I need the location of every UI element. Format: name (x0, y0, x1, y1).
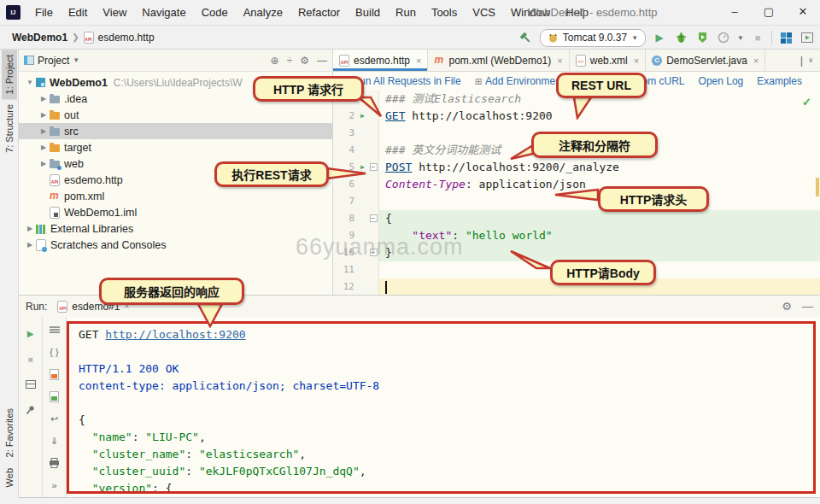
scroll-to-end-icon[interactable]: ⇓ (47, 433, 62, 448)
toolwindow-web-button[interactable]: Web (2, 463, 17, 492)
menu-run[interactable]: Run (388, 0, 424, 25)
gutter-spacer (357, 261, 368, 278)
toolwindow-favorites-button[interactable]: 2: Favorites (2, 403, 17, 462)
code-line-8[interactable]: 8−{ (333, 210, 820, 227)
menu-file[interactable]: File (27, 0, 61, 25)
tab-label: pom.xml (WebDemo1) (448, 55, 551, 67)
console-settings-icon[interactable] (47, 322, 62, 337)
tree-item-target[interactable]: ▶target (19, 139, 332, 155)
menu-edit[interactable]: Edit (61, 0, 95, 25)
rerun-button[interactable]: ▶ (23, 325, 38, 341)
braces-view-icon[interactable]: { } (47, 344, 62, 360)
tree-item-out[interactable]: ▶out (19, 107, 332, 123)
run-window-icon[interactable] (800, 30, 815, 45)
close-button[interactable]: ✕ (786, 0, 820, 26)
run-settings-gear-icon[interactable]: ⚙ (782, 300, 792, 313)
toolwindow-project-button[interactable]: 1: Project (2, 50, 17, 99)
chevron-down-icon[interactable]: ∨ (808, 56, 813, 64)
menu-analyze[interactable]: Analyze (236, 0, 290, 25)
tab-pom-xml-webdemo1[interactable]: pom.xml (WebDemo1)× (428, 50, 569, 71)
chevron-collapsed-icon[interactable]: ▶ (38, 95, 50, 103)
breadcrumb-project[interactable]: WebDemo1 (12, 32, 67, 44)
code-line-9[interactable]: 9 "text": "hello world" (333, 227, 820, 244)
chevron-collapsed-icon[interactable]: ▶ (38, 111, 50, 119)
breadcrumb-file[interactable]: esdemo.http (98, 32, 155, 44)
project-panel-title[interactable]: Project (38, 55, 69, 67)
services-grid-icon[interactable] (778, 30, 794, 45)
run-button[interactable]: ▶ (652, 30, 667, 45)
menu-view[interactable]: View (95, 0, 134, 25)
panel-settings-gear-icon[interactable]: ⚙ (300, 55, 309, 67)
code-line-5[interactable]: 5▶−POST http://localhost:9200/_analyze (333, 159, 820, 176)
gutter-spacer (357, 244, 368, 261)
collapse-all-icon[interactable]: ÷ (287, 55, 293, 67)
project-panel-chevron-icon[interactable]: ▼ (73, 56, 79, 64)
build-hammer-icon[interactable] (518, 30, 534, 45)
coverage-icon[interactable] (694, 30, 710, 45)
tree-item-src[interactable]: ▶src (19, 123, 332, 139)
run-configuration-select[interactable]: Tomcat 9.0.37 ▼ (540, 29, 646, 47)
hidden-tabs-control[interactable]: |∨ (794, 50, 820, 71)
chevron-collapsed-icon[interactable]: ▶ (38, 127, 50, 135)
hide-run-panel-icon[interactable]: — (802, 300, 813, 313)
maven-icon (50, 190, 60, 202)
chevron-collapsed-icon[interactable]: ▶ (24, 241, 36, 249)
toolwindow-structure-button[interactable]: 7: Structure (2, 99, 17, 158)
intellij-logo-icon: IJ (6, 5, 20, 20)
soft-wrap-icon[interactable]: ↩ (47, 411, 62, 426)
print-icon[interactable] (47, 455, 62, 471)
run-panel-label: Run: (26, 301, 47, 313)
response-file-green-icon[interactable] (47, 389, 62, 404)
more-options-icon[interactable]: » (47, 478, 62, 493)
minimize-button[interactable]: – (718, 0, 752, 26)
http-action-examples[interactable]: Examples (757, 75, 802, 87)
chevron-collapsed-icon[interactable]: ▶ (38, 160, 50, 167)
code-segment: POST (385, 161, 412, 173)
code-line-10[interactable]: 10−} (333, 244, 820, 261)
tree-item-scratches-and-consoles[interactable]: ▶Scratches and Consoles (19, 237, 332, 253)
menu-bar: FileEditViewNavigateCodeAnalyzeRefactorB… (27, 0, 596, 25)
restore-layout-icon[interactable] (23, 377, 38, 392)
maximize-button[interactable]: ▢ (752, 0, 786, 26)
fold-marker-icon[interactable]: − (368, 244, 379, 261)
fold-minus-icon[interactable]: − (370, 249, 378, 256)
tree-item-pom-xml[interactable]: pom.xml (19, 188, 332, 204)
console-segment (79, 448, 92, 460)
http-action-open-log[interactable]: Open Log (699, 75, 744, 87)
fold-marker-icon[interactable]: − (368, 159, 379, 176)
profiler-chevron-icon[interactable]: ▼ (737, 34, 744, 42)
close-tab-icon[interactable]: × (634, 56, 639, 66)
chevron-collapsed-icon[interactable]: ▶ (38, 144, 50, 151)
response-url-link[interactable]: http://localhost:9200 (105, 328, 245, 341)
hide-panel-icon[interactable]: — (317, 55, 327, 67)
response-file-orange-icon[interactable] (47, 366, 62, 382)
menu-vcs[interactable]: VCS (465, 0, 503, 25)
menu-tools[interactable]: Tools (424, 0, 465, 25)
menu-refactor[interactable]: Refactor (290, 0, 348, 25)
pin-tab-icon[interactable] (23, 402, 38, 418)
chevron-collapsed-icon[interactable]: ▶ (24, 225, 36, 232)
locate-file-icon[interactable]: ⊕ (271, 55, 279, 67)
tab-web-xml[interactable]: web.xml× (570, 50, 646, 71)
menu-navigate[interactable]: Navigate (134, 0, 193, 25)
profiler-icon[interactable] (716, 30, 731, 45)
fold-minus-icon[interactable]: − (370, 214, 378, 222)
inspection-ok-checkmark-icon: ✓ (802, 96, 811, 108)
menu-build[interactable]: Build (348, 0, 388, 25)
callout-http-request-line: HTTP 请求行 (253, 76, 364, 102)
tree-item-external-libraries[interactable]: ▶External Libraries (19, 220, 332, 237)
fold-marker-icon[interactable]: − (368, 210, 379, 227)
fold-minus-icon[interactable]: − (370, 163, 378, 171)
menu-code[interactable]: Code (194, 0, 236, 25)
tree-item-webdemo1-iml[interactable]: WebDemo1.iml (19, 204, 332, 220)
run-configuration-label: Tomcat 9.0.37 (563, 32, 627, 44)
close-tab-icon[interactable]: × (416, 56, 421, 66)
tab-demoservlet-java[interactable]: DemoServlet.java× (646, 50, 765, 71)
tab-esdemo-http[interactable]: esdemo.http× (333, 50, 428, 71)
chevron-expanded-icon[interactable]: ▼ (24, 79, 36, 86)
close-tab-icon[interactable]: × (557, 56, 562, 66)
console-options-strip: { } ↩ ⇓ » (43, 317, 67, 497)
run-console[interactable]: GET http://localhost:9200HTTP/1.1 200 OK… (67, 317, 820, 497)
debug-bug-icon[interactable] (673, 30, 688, 45)
close-tab-icon[interactable]: × (753, 56, 758, 66)
